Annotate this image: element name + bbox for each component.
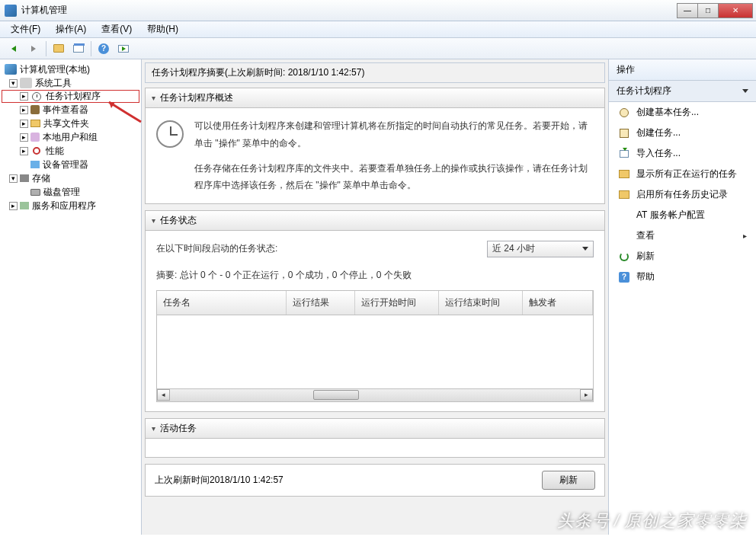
tree-root-label: 计算机管理(本地) xyxy=(20,63,90,76)
tree-disk-label: 磁盘管理 xyxy=(43,186,80,199)
close-button[interactable]: ✕ xyxy=(718,3,753,18)
action-create-task[interactable]: 创建任务... xyxy=(609,123,756,143)
menu-help[interactable]: 帮助(H) xyxy=(143,21,183,37)
overview-section: ▾ 任务计划程序概述 可以使用任务计划程序来创建和管理计算机将在所指定的时间自动… xyxy=(145,88,605,204)
col-end[interactable]: 运行结束时间 xyxy=(439,291,523,315)
actions-panel: 操作 任务计划程序 创建基本任务... 创建任务... 导入任务... 显示所有… xyxy=(608,59,756,535)
share-icon xyxy=(30,120,40,127)
scroll-right-button[interactable]: ▸ xyxy=(580,389,593,401)
expand-icon[interactable]: ▸ xyxy=(20,92,28,101)
expand-icon[interactable]: ▸ xyxy=(20,133,28,142)
refresh-icon xyxy=(620,252,629,261)
menubar: 文件(F) 操作(A) 查看(V) 帮助(H) xyxy=(0,21,756,38)
run-button[interactable] xyxy=(114,40,133,57)
tree-performance[interactable]: ▸ 性能 xyxy=(2,144,139,158)
menu-file[interactable]: 文件(F) xyxy=(6,21,45,37)
action-refresh[interactable]: 刷新 xyxy=(609,246,756,267)
folder-icon xyxy=(619,190,629,199)
properties-button[interactable] xyxy=(69,40,88,57)
action-show-running[interactable]: 显示所有正在运行的任务 xyxy=(609,164,756,184)
action-help[interactable]: ? 帮助 xyxy=(609,267,756,287)
tree-services[interactable]: ▸ 服务和应用程序 xyxy=(2,199,139,212)
scroll-left-button[interactable]: ◂ xyxy=(157,389,170,401)
action-enable-history[interactable]: 启用所有任务历史记录 xyxy=(609,184,756,205)
tree-system-tools-label: 系统工具 xyxy=(35,77,72,90)
status-period-label: 在以下时间段启动的任务状态: xyxy=(156,240,277,257)
window-title: 计算机管理 xyxy=(21,4,678,17)
scroll-thumb[interactable] xyxy=(313,390,359,400)
tree-device-manager[interactable]: 设备管理器 xyxy=(2,158,139,171)
col-trigger[interactable]: 触发者 xyxy=(523,291,593,315)
overview-title[interactable]: ▾ 任务计划程序概述 xyxy=(146,88,604,108)
disk-icon xyxy=(30,189,40,196)
chevron-right-icon: ▸ xyxy=(743,232,747,240)
col-name[interactable]: 任务名 xyxy=(157,291,287,315)
tree-root[interactable]: 计算机管理(本地) xyxy=(2,62,139,76)
properties-icon xyxy=(73,45,84,53)
overview-text-2: 任务存储在任务计划程序库的文件夹中。若要查看单独任务上的操作或执行该操作，请在任… xyxy=(194,160,594,195)
minimize-button[interactable]: — xyxy=(677,3,698,18)
clock-icon xyxy=(32,92,41,101)
services-icon xyxy=(20,202,29,209)
tree-disk-mgmt[interactable]: 磁盘管理 xyxy=(2,185,139,199)
menu-view[interactable]: 查看(V) xyxy=(97,21,136,37)
wrench-icon xyxy=(20,78,32,88)
status-title[interactable]: ▾ 任务状态 xyxy=(146,211,604,231)
task-table-body xyxy=(157,315,593,388)
active-tasks-title[interactable]: ▾ 活动任务 xyxy=(146,419,604,439)
expand-icon[interactable]: ▸ xyxy=(20,120,28,128)
action-view[interactable]: 查看 ▸ xyxy=(609,225,756,246)
chevron-up-icon xyxy=(742,89,748,93)
expand-icon[interactable]: ▸ xyxy=(20,106,28,114)
main-area: 计算机管理(本地) ▾ 系统工具 ▸ 任务计划程序 ▸ 事件查看器 ▸ 共享文件… xyxy=(0,59,756,535)
arrow-left-icon xyxy=(11,46,16,52)
menu-action[interactable]: 操作(A) xyxy=(51,21,91,37)
forward-button[interactable] xyxy=(24,40,43,57)
maximize-button[interactable]: □ xyxy=(697,3,719,18)
computer-icon xyxy=(5,64,17,75)
period-value: 近 24 小时 xyxy=(492,240,535,257)
actions-scope[interactable]: 任务计划程序 xyxy=(609,81,756,102)
run-icon xyxy=(118,45,129,53)
clock-icon xyxy=(620,108,629,117)
expand-icon[interactable]: ▸ xyxy=(9,202,18,210)
horizontal-scrollbar[interactable]: ◂ ▸ xyxy=(157,388,593,401)
help-icon: ? xyxy=(98,43,109,54)
refresh-button[interactable]: 刷新 xyxy=(542,471,595,490)
tree-storage[interactable]: ▾ 存储 xyxy=(2,171,139,185)
toolbar: ? xyxy=(0,38,756,59)
performance-icon xyxy=(33,147,40,155)
folder-icon xyxy=(53,44,64,53)
scroll-track[interactable] xyxy=(170,389,580,401)
action-import[interactable]: 导入任务... xyxy=(609,143,756,164)
help-icon: ? xyxy=(619,272,629,283)
col-result[interactable]: 运行结果 xyxy=(287,291,355,315)
tree-event-viewer[interactable]: ▸ 事件查看器 xyxy=(2,103,139,117)
tree-system-tools[interactable]: ▾ 系统工具 xyxy=(2,76,139,90)
toolbar-separator xyxy=(46,41,46,56)
window-controls: — □ ✕ xyxy=(678,3,753,18)
tree-local-users[interactable]: ▸ 本地用户和组 xyxy=(2,130,139,144)
show-hide-button[interactable] xyxy=(50,40,68,57)
status-section: ▾ 任务状态 在以下时间段启动的任务状态: 近 24 小时 摘要: 总计 0 个… xyxy=(145,210,605,411)
active-tasks-section: ▾ 活动任务 xyxy=(145,418,605,458)
tree-event-viewer-label: 事件查看器 xyxy=(43,104,88,117)
expand-icon[interactable]: ▸ xyxy=(20,147,28,155)
collapse-icon[interactable]: ▾ xyxy=(9,79,18,88)
action-at-account[interactable]: AT 服务帐户配置 xyxy=(609,205,756,225)
tree-scheduler[interactable]: ▸ 任务计划程序 xyxy=(2,90,139,103)
task-table: 任务名 运行结果 运行开始时间 运行结束时间 触发者 ◂ ▸ xyxy=(156,290,594,402)
collapse-icon[interactable]: ▾ xyxy=(9,174,18,183)
back-button[interactable] xyxy=(5,40,23,57)
tree-shared-folders[interactable]: ▸ 共享文件夹 xyxy=(2,117,139,130)
toolbar-separator xyxy=(91,41,91,56)
period-dropdown[interactable]: 近 24 小时 xyxy=(487,241,594,257)
tree-device-label: 设备管理器 xyxy=(43,158,88,171)
task-icon xyxy=(620,129,629,138)
col-start[interactable]: 运行开始时间 xyxy=(355,291,439,315)
clock-large-icon xyxy=(156,120,184,148)
action-create-basic[interactable]: 创建基本任务... xyxy=(609,102,756,123)
task-table-header: 任务名 运行结果 运行开始时间 运行结束时间 触发者 xyxy=(157,291,593,315)
overview-text-1: 可以使用任务计划程序来创建和管理计算机将在所指定的时间自动执行的常见任务。若要开… xyxy=(194,117,594,152)
help-button[interactable]: ? xyxy=(94,40,113,57)
